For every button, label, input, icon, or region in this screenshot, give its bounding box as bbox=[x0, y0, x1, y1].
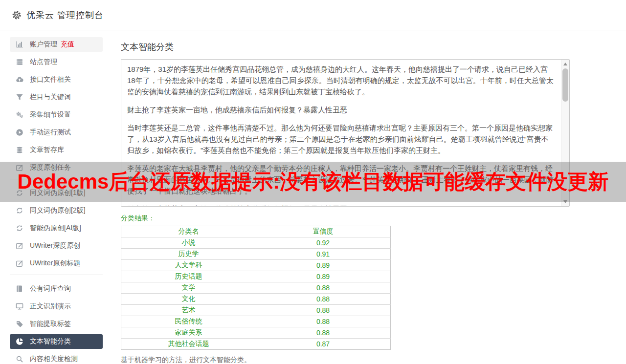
sidebar-item-label: 文本智能分类 bbox=[30, 337, 71, 346]
table-row: 人文学科 0.89 bbox=[121, 260, 391, 271]
scrollbar-thumb[interactable] bbox=[562, 68, 568, 102]
sidebar-item-label: 文章暂存库 bbox=[30, 146, 64, 154]
sidebar-item-label: 栏目与关键词 bbox=[30, 93, 71, 102]
category-cell: 其他社会话题 bbox=[121, 339, 256, 350]
recharge-badge[interactable]: 充值 bbox=[61, 40, 74, 49]
pie-chart-icon bbox=[16, 338, 23, 345]
scroll-down-arrow-icon[interactable] bbox=[563, 200, 567, 203]
sidebar-item-synonym-rewrite-2[interactable]: 同义词伪原创[2版] bbox=[10, 203, 103, 218]
sidebar-item-label: 智能提取标签 bbox=[30, 320, 71, 328]
article-paragraph: 财主抢了李莲英家一亩地，他成慈禧亲信后如何报复？暴露人性丑恶 bbox=[127, 104, 554, 115]
sidebar-item-label: UWriter深度原创 bbox=[30, 241, 80, 250]
sidebar-item-smart-tags[interactable]: 智能提取标签 bbox=[10, 317, 103, 331]
bar-chart-icon bbox=[16, 41, 23, 48]
footnote: 基于机器学习的方法，进行文本智能分类。 bbox=[121, 356, 626, 364]
sidebar: 账户管理 充值 站点管理 接口文件相关 栏目与关键词 采集细节设置 手动运行测试… bbox=[0, 30, 112, 364]
table-row: 历史话题 0.89 bbox=[121, 271, 391, 282]
sidebar-item-uwriter-deep[interactable]: UWriter深度原创 bbox=[10, 238, 103, 253]
sidebar-item-public-thesaurus[interactable]: 公有词库查询 bbox=[10, 281, 103, 296]
table-row: 其他社会话题 0.87 bbox=[121, 339, 391, 350]
category-cell: 历史学 bbox=[121, 249, 256, 260]
funnel-icon bbox=[16, 93, 23, 101]
page-title: 文本智能分类 bbox=[121, 41, 626, 53]
scroll-up-arrow-icon[interactable] bbox=[563, 63, 567, 65]
sidebar-divider bbox=[10, 179, 103, 179]
confidence-header: 置信度 bbox=[256, 226, 391, 237]
edit-square-icon bbox=[16, 242, 23, 250]
refresh-icon bbox=[16, 224, 23, 232]
sidebar-item-label: 手动运行测试 bbox=[30, 128, 71, 137]
play-circle-icon bbox=[16, 128, 23, 136]
sidebar-item-label: 同义词伪原创[1版] bbox=[30, 189, 86, 197]
article-paragraph: 财主抢了李莲英家一亩地，他成慈禧亲信后如何报复？暴露人性丑恶 bbox=[127, 203, 554, 206]
tag-icon bbox=[16, 320, 23, 328]
category-cell: 艺术 bbox=[121, 305, 256, 316]
sidebar-item-ai-rewrite[interactable]: 智能伪原创[AI版] bbox=[10, 221, 103, 236]
cloud-upload-icon bbox=[16, 76, 23, 84]
article-paragraph: 当时李莲英还是二总管，这件事他再清楚不过。那么他为何还要冒险向慈禧请求出宫呢？主… bbox=[127, 122, 554, 156]
sidebar-item-label: UWriter原创标题 bbox=[30, 259, 80, 268]
sidebar-divider bbox=[10, 275, 103, 275]
category-cell: 小说 bbox=[121, 237, 256, 249]
confidence-cell: 0.88 bbox=[256, 282, 391, 294]
table-row: 历史学 0.91 bbox=[121, 249, 391, 260]
confidence-cell: 0.87 bbox=[256, 339, 391, 350]
refresh-icon bbox=[16, 189, 23, 197]
category-cell: 文学 bbox=[121, 282, 256, 294]
sidebar-item-deep-original-task[interactable]: 深度原创任务 bbox=[10, 160, 103, 175]
sidebar-item-label: 采集细节设置 bbox=[30, 110, 71, 119]
sidebar-item-content-relevance[interactable]: 内容相关度检测 bbox=[10, 352, 103, 364]
sidebar-item-synonym-rewrite-1[interactable]: 同义词伪原创[1版] bbox=[10, 186, 103, 200]
sidebar-item-interface-files[interactable]: 接口文件相关 bbox=[10, 72, 103, 87]
confidence-cell: 0.88 bbox=[256, 305, 391, 316]
server-list-icon bbox=[16, 58, 23, 66]
sidebar-item-collection-settings[interactable]: 采集细节设置 bbox=[10, 107, 103, 122]
refresh-icon bbox=[16, 207, 23, 214]
main-content: 文本智能分类 1879年，31岁的李莲英出任储秀宫四品花翎总管，成为慈禧身边的大… bbox=[112, 30, 626, 364]
confidence-cell: 0.88 bbox=[256, 327, 391, 339]
table-row: 民俗传统 0.88 bbox=[121, 316, 391, 327]
sidebar-item-article-buffer[interactable]: 文章暂存库 bbox=[10, 143, 103, 157]
confidence-cell: 0.91 bbox=[256, 249, 391, 260]
gear-icon bbox=[12, 10, 22, 20]
results-label: 分类结果： bbox=[121, 214, 626, 223]
edit-square-icon bbox=[16, 164, 23, 171]
table-row: 小说 0.92 bbox=[121, 237, 391, 249]
table-row: 文学 0.88 bbox=[121, 282, 391, 294]
sidebar-item-account[interactable]: 账户管理 充值 bbox=[10, 37, 103, 52]
sidebar-item-label: 站点管理 bbox=[30, 58, 57, 66]
sidebar-item-label: 正文识别演示 bbox=[30, 302, 71, 311]
sidebar-item-sites[interactable]: 站点管理 bbox=[10, 55, 103, 69]
table-row: 文化 0.88 bbox=[121, 294, 391, 305]
category-header: 分类名 bbox=[121, 226, 256, 237]
sidebar-item-text-classification[interactable]: 文本智能分类 bbox=[10, 334, 103, 349]
sidebar-item-manual-run[interactable]: 手动运行测试 bbox=[10, 125, 103, 140]
article-paragraph: 1879年，31岁的李莲英出任储秀宫四品花翎总管，成为慈禧身边的大红人。这年春天… bbox=[127, 64, 554, 97]
confidence-cell: 0.89 bbox=[256, 271, 391, 282]
sidebar-item-label: 同义词伪原创[2版] bbox=[30, 206, 86, 215]
sidebar-item-uwriter-title[interactable]: UWriter原创标题 bbox=[10, 256, 103, 271]
sidebar-item-label: 公有词库查询 bbox=[30, 284, 71, 293]
magnifier-icon bbox=[16, 355, 23, 363]
sidebar-item-label: 账户管理 bbox=[30, 40, 57, 49]
database-icon bbox=[16, 146, 23, 154]
table-header-row: 分类名 置信度 bbox=[121, 226, 391, 237]
confidence-cell: 0.88 bbox=[256, 294, 391, 305]
article-textarea[interactable]: 1879年，31岁的李莲英出任储秀宫四品花翎总管，成为慈禧身边的大红人。这年春天… bbox=[121, 60, 561, 206]
category-cell: 历史话题 bbox=[121, 271, 256, 282]
page: 优采云 管理控制台 账户管理 充值 站点管理 接口文件相关 栏目与关键词 采集细… bbox=[0, 0, 626, 364]
results-table: 分类名 置信度 小说 0.92 历史学 0.91 人文学科 0.89 历史话题 … bbox=[121, 226, 391, 350]
app-header: 优采云 管理控制台 bbox=[0, 0, 626, 30]
confidence-cell: 0.88 bbox=[256, 316, 391, 327]
app-title: 优采云 管理控制台 bbox=[26, 9, 104, 21]
gears-icon bbox=[16, 111, 23, 119]
category-cell: 民俗传统 bbox=[121, 316, 256, 327]
category-cell: 文化 bbox=[121, 294, 256, 305]
article-textbox[interactable]: 1879年，31岁的李莲英出任储秀宫四品花翎总管，成为慈禧身边的大红人。这年春天… bbox=[121, 59, 570, 207]
textarea-scrollbar[interactable] bbox=[561, 60, 569, 206]
confidence-cell: 0.89 bbox=[256, 260, 391, 271]
sidebar-item-content-recognition-demo[interactable]: 正文识别演示 bbox=[10, 299, 103, 314]
sidebar-item-label: 接口文件相关 bbox=[30, 75, 71, 84]
category-cell: 人文学科 bbox=[121, 260, 256, 271]
sidebar-item-columns-keywords[interactable]: 栏目与关键词 bbox=[10, 90, 103, 105]
